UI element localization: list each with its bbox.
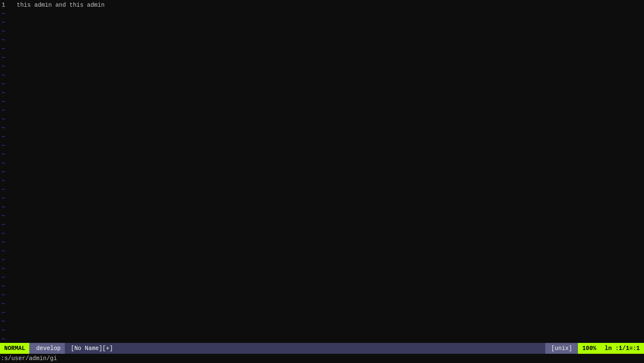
- filename-indicator: [No Name][+]: [65, 343, 545, 354]
- line-number-1: 1: [2, 1, 13, 10]
- tilde-number: ~: [2, 62, 13, 71]
- tilde-number: ~: [2, 36, 13, 45]
- tilde-number: ~: [2, 265, 13, 273]
- tilde-number: ~: [2, 326, 13, 335]
- mode-indicator: NORMAL: [0, 343, 29, 354]
- tilde-number: ~: [2, 282, 13, 291]
- status-bar: NORMAL develop [No Name][+] [unix] 100% …: [0, 343, 644, 354]
- tilde-number: ~: [2, 168, 13, 177]
- tilde-number: ~: [2, 203, 13, 212]
- tilde-number: ~: [2, 10, 13, 18]
- editor-area: 1 ~ ~ ~ ~ ~ ~ ~ ~ ~ ~ ~ ~ ~ ~ ~ ~ ~ ~ ~ …: [0, 0, 644, 343]
- file-info-right: [unix] 100% ln :1/1≡:1: [545, 343, 644, 354]
- line-numbers: 1 ~ ~ ~ ~ ~ ~ ~ ~ ~ ~ ~ ~ ~ ~ ~ ~ ~ ~ ~ …: [0, 1, 15, 343]
- tilde-number: ~: [2, 291, 13, 300]
- tilde-number: ~: [2, 54, 13, 62]
- unix-indicator: [unix]: [545, 343, 578, 354]
- tilde-number: ~: [2, 98, 13, 106]
- tilde-number: ~: [2, 142, 13, 150]
- editor-line-1: this admin and this admin: [17, 1, 644, 10]
- position-indicator: ln :1/1≡:1: [601, 343, 644, 354]
- branch-indicator: develop: [29, 343, 65, 354]
- percent-indicator: 100%: [578, 343, 601, 354]
- tilde-number: ~: [2, 300, 13, 309]
- tilde-number: ~: [2, 80, 13, 89]
- content-area[interactable]: this admin and this admin: [15, 1, 644, 343]
- tilde-number: ~: [2, 133, 13, 142]
- tilde-number: ~: [2, 221, 13, 229]
- tilde-number: ~: [2, 247, 13, 256]
- tilde-number: ~: [2, 106, 13, 115]
- tilde-number: ~: [2, 177, 13, 185]
- command-line[interactable]: :s/user/admin/gi: [0, 354, 644, 363]
- tilde-number: ~: [2, 317, 13, 326]
- tilde-number: ~: [2, 124, 13, 133]
- tilde-number: ~: [2, 185, 13, 194]
- tilde-number: ~: [2, 238, 13, 247]
- tilde-number: ~: [2, 18, 13, 27]
- tilde-number: ~: [2, 194, 13, 203]
- tilde-number: ~: [2, 89, 13, 98]
- tilde-number: ~: [2, 150, 13, 159]
- branch-name: develop: [36, 345, 61, 352]
- tilde-number: ~: [2, 115, 13, 124]
- tilde-number: ~: [2, 27, 13, 36]
- tilde-number: ~: [2, 273, 13, 282]
- tilde-number: ~: [2, 45, 13, 54]
- tilde-number: ~: [2, 159, 13, 168]
- tilde-number: ~: [2, 335, 13, 343]
- tilde-number: ~: [2, 309, 13, 317]
- tilde-number: ~: [2, 256, 13, 265]
- tilde-number: ~: [2, 212, 13, 221]
- tilde-number: ~: [2, 71, 13, 80]
- tilde-number: ~: [2, 229, 13, 238]
